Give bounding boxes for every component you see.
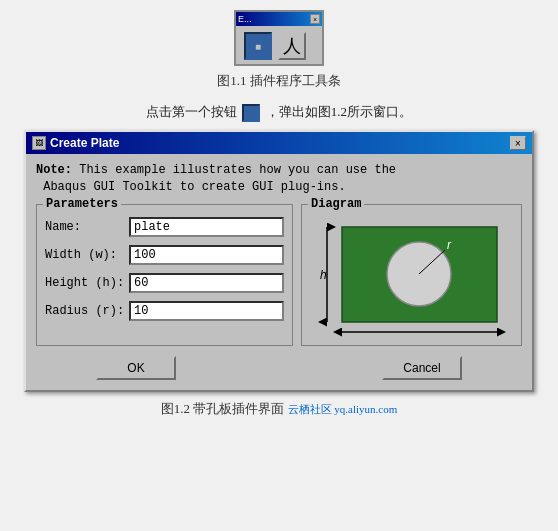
- param-input-name[interactable]: [129, 217, 284, 237]
- diagram-canvas: h w r: [308, 217, 515, 337]
- dialog-body: Note: This example illustrates how you c…: [26, 154, 532, 390]
- toolbar-title: E...: [238, 14, 310, 24]
- svg-text:h: h: [320, 268, 327, 282]
- instruction-line: 点击第一个按钮 ，弹出如图1.2所示窗口。: [0, 103, 558, 122]
- params-group: Parameters Name: Width (w): Height (h): …: [36, 204, 293, 346]
- watermark: 云栖社区 yq.aliyun.com: [288, 403, 398, 415]
- top-section: E... × ■ 人 图1.1 插件程序工具条: [0, 0, 558, 99]
- toolbar-box: E... × ■ 人: [234, 10, 324, 66]
- buttons-row: OK Cancel: [36, 356, 522, 380]
- dialog-main: Parameters Name: Width (w): Height (h): …: [36, 204, 522, 346]
- ok-button[interactable]: OK: [96, 356, 176, 380]
- param-row-radius: Radius (r):: [45, 301, 284, 321]
- person-icon: 人: [283, 34, 301, 58]
- param-label-height: Height (h):: [45, 276, 125, 290]
- param-input-width[interactable]: [129, 245, 284, 265]
- diagram-group: Diagram h w: [301, 204, 522, 346]
- plugin-button-1[interactable]: ■: [244, 32, 272, 60]
- svg-text:w: w: [414, 334, 424, 337]
- dialog-close-button[interactable]: ×: [510, 136, 526, 150]
- instruction-text-after: ，弹出如图1.2所示窗口。: [266, 104, 412, 119]
- param-label-name: Name:: [45, 220, 125, 234]
- note-box: Note: This example illustrates how you c…: [36, 162, 522, 196]
- diagram-group-label: Diagram: [308, 197, 364, 211]
- instruction-inline-button: [242, 104, 260, 122]
- dialog-title: Create Plate: [50, 136, 119, 150]
- diagram-svg: h w r: [317, 217, 507, 337]
- caption-1: 图1.1 插件程序工具条: [217, 72, 341, 90]
- plugin-button-2[interactable]: 人: [278, 32, 306, 60]
- dialog-titlebar-left: 🖼 Create Plate: [32, 136, 119, 150]
- instruction-text-before: 点击第一个按钮: [146, 104, 237, 119]
- toolbar-close-button[interactable]: ×: [310, 14, 320, 24]
- param-row-height: Height (h):: [45, 273, 284, 293]
- toolbar-titlebar: E... ×: [236, 12, 322, 26]
- param-input-height[interactable]: [129, 273, 284, 293]
- params-group-label: Parameters: [43, 197, 121, 211]
- caption-2: 图1.2 带孔板插件界面 云栖社区 yq.aliyun.com: [0, 400, 558, 418]
- param-row-width: Width (w):: [45, 245, 284, 265]
- note-label: Note:: [36, 163, 72, 177]
- dialog-titlebar: 🖼 Create Plate ×: [26, 132, 532, 154]
- cancel-button[interactable]: Cancel: [382, 356, 462, 380]
- param-label-radius: Radius (r):: [45, 304, 125, 318]
- note-text: This example illustrates how you can use…: [36, 163, 396, 194]
- toolbar-buttons: ■ 人: [244, 32, 306, 60]
- param-label-width: Width (w):: [45, 248, 125, 262]
- param-input-radius[interactable]: [129, 301, 284, 321]
- square-icon: ■: [255, 41, 261, 52]
- dialog-icon: 🖼: [32, 136, 46, 150]
- create-plate-dialog: 🖼 Create Plate × Note: This example illu…: [24, 130, 534, 392]
- param-row-name: Name:: [45, 217, 284, 237]
- caption-2-text: 图1.2 带孔板插件界面: [161, 401, 285, 416]
